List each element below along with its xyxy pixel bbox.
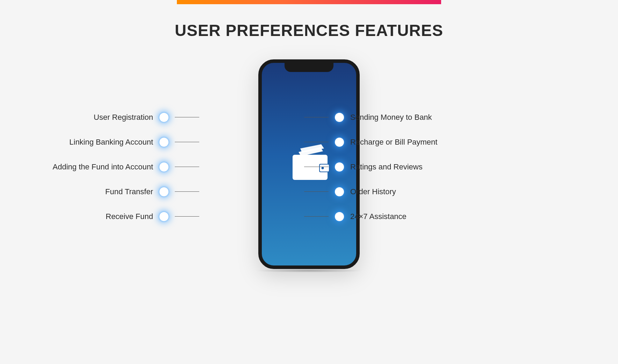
feature-item: Fund Transfer — [0, 179, 199, 204]
connector-line — [175, 191, 199, 192]
feature-item: Adding the Fund into Account — [0, 154, 199, 179]
bullet-dot-icon — [159, 162, 168, 172]
feature-label: Order History — [350, 187, 396, 196]
connector-line — [175, 167, 199, 167]
feature-label: Ratings and Reviews — [350, 162, 423, 172]
feature-label: Recharge or Bill Payment — [350, 138, 437, 147]
feature-item: Linking Banking Account — [0, 130, 199, 154]
feature-item: Recharge or Bill Payment — [304, 130, 503, 154]
bullet-dot-icon — [335, 187, 344, 196]
bullet-dot-icon — [159, 212, 168, 221]
bullet-dot-icon — [335, 113, 344, 122]
connector-line — [304, 167, 329, 167]
feature-item: Order History — [304, 179, 503, 204]
connector-line — [304, 117, 329, 117]
feature-item: Sending Money to Bank — [304, 105, 503, 130]
connector-line — [304, 142, 329, 142]
top-gradient-bar — [177, 0, 441, 4]
connector-line — [304, 216, 329, 217]
bullet-dot-icon — [159, 113, 168, 122]
right-feature-list: Sending Money to Bank Recharge or Bill P… — [304, 105, 503, 229]
bullet-dot-icon — [159, 138, 168, 147]
feature-item: Ratings and Reviews — [304, 154, 503, 179]
bullet-dot-icon — [335, 138, 344, 147]
phone-notch — [285, 63, 333, 72]
feature-item: Receive Fund — [0, 204, 199, 229]
connector-line — [304, 191, 329, 192]
connector-line — [175, 216, 199, 217]
feature-label: User Registration — [94, 113, 153, 122]
left-feature-list: User Registration Linking Banking Accoun… — [0, 105, 199, 229]
feature-item: 24×7 Assistance — [304, 204, 503, 229]
feature-label: Receive Fund — [106, 212, 153, 221]
connector-line — [175, 117, 199, 117]
bullet-dot-icon — [159, 187, 168, 196]
feature-label: 24×7 Assistance — [350, 212, 407, 221]
bullet-dot-icon — [335, 212, 344, 221]
bullet-dot-icon — [335, 162, 344, 172]
phone-shadow — [255, 269, 363, 272]
feature-label: Adding the Fund into Account — [53, 162, 153, 172]
connector-line — [175, 142, 199, 142]
page-title: USER PREFERENCES FEATURES — [0, 21, 618, 40]
feature-label: Sending Money to Bank — [350, 113, 432, 122]
feature-label: Fund Transfer — [105, 187, 153, 196]
feature-label: Linking Banking Account — [69, 138, 153, 147]
feature-item: User Registration — [0, 105, 199, 130]
